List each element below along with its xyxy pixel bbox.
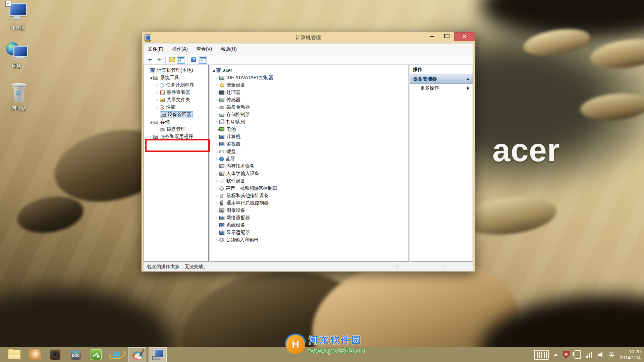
more-actions-item[interactable]: 更多操作 — [410, 84, 473, 93]
menu-item-help[interactable]: 帮助(H) — [221, 46, 236, 52]
device-tree-item[interactable]: 处理器 — [210, 89, 409, 96]
device-tree-item[interactable]: 通用串行总线控制器 — [210, 199, 409, 207]
taskbar-music-app-button[interactable] — [46, 347, 64, 362]
device-tree-item[interactable]: acer — [210, 67, 409, 74]
power-icon[interactable] — [575, 350, 581, 359]
expander-collapsed-icon[interactable] — [215, 231, 219, 235]
desktop-icon-计算机[interactable]: 计算机 — [1, 3, 34, 31]
maximize-button[interactable] — [439, 32, 454, 41]
expander-collapsed-icon[interactable] — [215, 179, 219, 183]
device-tree-item[interactable]: 系统设备 — [210, 222, 409, 229]
device-tree-item[interactable]: IDE ATA/ATAPI 控制器 — [210, 74, 409, 81]
expander-collapsed-icon[interactable] — [155, 90, 160, 95]
expander-collapsed-icon[interactable] — [215, 164, 219, 168]
device-tree-item[interactable]: 安全设备 — [210, 81, 409, 89]
device-tree-item[interactable]: 鼠标和其他指针设备 — [210, 192, 409, 199]
device-tree-item[interactable]: 显示适配器 — [210, 229, 409, 236]
selection-checkbox[interactable] — [5, 1, 11, 7]
device-tree-item[interactable]: 软件设备 — [210, 177, 409, 185]
console-pane-toggle-button[interactable] — [177, 56, 185, 64]
tray-clock[interactable]: 10:20 2014/12/4 — [620, 349, 641, 361]
device-tree-item[interactable]: 声音、视频和游戏控制器 — [210, 185, 409, 192]
taskbar-internet-explorer-button[interactable] — [108, 347, 126, 362]
taskbar-file-explorer-button[interactable] — [5, 347, 23, 362]
touch-keyboard-icon[interactable] — [534, 350, 549, 360]
console-tree-item[interactable]: 性能 — [144, 104, 208, 111]
expander-expanded-icon[interactable] — [149, 120, 153, 124]
collapse-icon[interactable] — [466, 78, 470, 80]
actions-section-header[interactable]: 设备管理器 — [410, 74, 473, 84]
ime-indicator[interactable]: 英 — [609, 351, 615, 359]
expander-collapsed-icon[interactable] — [215, 238, 219, 242]
expander-collapsed-icon[interactable] — [149, 135, 153, 139]
device-tree-item[interactable]: 人体学输入设备 — [210, 170, 409, 177]
expander-collapsed-icon[interactable] — [215, 120, 219, 124]
window-titlebar[interactable]: 计算机管理 — [142, 32, 475, 43]
expander-collapsed-icon[interactable] — [215, 208, 219, 213]
device-tree-item[interactable]: 传感器 — [210, 96, 409, 104]
expander-collapsed-icon[interactable] — [155, 98, 160, 102]
console-tree-item[interactable]: 任务计划程序 — [144, 81, 208, 89]
back-button[interactable] — [146, 56, 154, 64]
volume-icon[interactable] — [598, 352, 604, 358]
console-tree-item[interactable]: 服务和应用程序 — [144, 133, 208, 140]
minimize-button[interactable] — [425, 32, 439, 41]
device-tree-item[interactable]: 图像设备 — [210, 207, 409, 214]
expander-collapsed-icon[interactable] — [215, 76, 219, 80]
show-console-tree-button[interactable] — [168, 56, 176, 64]
expander-collapsed-icon[interactable] — [215, 83, 219, 87]
console-tree-item[interactable]: 计算机管理(本地) — [144, 67, 208, 74]
expander-expanded-icon[interactable] — [211, 68, 216, 72]
console-tree-item[interactable]: 设备管理器 — [144, 111, 208, 118]
expander-collapsed-icon[interactable] — [155, 83, 160, 87]
expander-collapsed-icon[interactable] — [215, 172, 219, 176]
expander-expanded-icon[interactable] — [149, 76, 153, 80]
console-tree-item[interactable]: 磁盘管理 — [144, 126, 208, 133]
desktop-icon-回收站[interactable]: 回收站 — [3, 83, 35, 112]
device-tree-item[interactable]: 存储控制器 — [210, 111, 409, 118]
expander-collapsed-icon[interactable] — [215, 186, 219, 190]
expander-collapsed-icon[interactable] — [215, 194, 219, 198]
taskbar-paint-app-button[interactable] — [128, 347, 146, 362]
console-tree-item[interactable]: 共享文件夹 — [144, 96, 208, 104]
taskbar-photos-app-button[interactable] — [26, 347, 44, 362]
show-hidden-icons-icon[interactable] — [554, 354, 558, 356]
help-button[interactable] — [190, 56, 198, 64]
expander-collapsed-icon[interactable] — [215, 113, 219, 117]
expander-collapsed-icon[interactable] — [215, 223, 219, 227]
expander-collapsed-icon[interactable] — [215, 201, 219, 205]
expander-collapsed-icon[interactable] — [215, 135, 219, 139]
device-tree-item[interactable]: 内存技术设备 — [210, 163, 409, 170]
taskbar-computer-management-button[interactable] — [149, 347, 167, 362]
device-tree-item[interactable]: 键盘 — [210, 148, 409, 155]
forward-button[interactable] — [155, 56, 163, 64]
taskbar-doc-app-button[interactable]: DOC — [67, 347, 85, 362]
console-tree-item[interactable]: 存储 — [144, 118, 208, 126]
device-tree-item[interactable]: 磁盘驱动器 — [210, 104, 409, 111]
expander-collapsed-icon[interactable] — [155, 105, 160, 109]
desktop-icon-网络[interactable]: 网络 — [1, 41, 33, 69]
action-pane-toggle-button[interactable] — [199, 56, 207, 64]
expander-collapsed-icon[interactable] — [215, 90, 219, 95]
expander-collapsed-icon[interactable] — [215, 98, 219, 102]
device-tree-item[interactable]: 电池 — [210, 126, 409, 133]
expander-collapsed-icon[interactable] — [215, 142, 219, 146]
menu-item-view[interactable]: 查看(V) — [197, 46, 212, 52]
device-tree-item[interactable]: 计算机 — [210, 133, 409, 140]
device-tree-item[interactable]: 音频输入和输出 — [210, 236, 409, 244]
close-button[interactable] — [454, 32, 475, 41]
expander-collapsed-icon[interactable] — [215, 157, 219, 161]
console-tree-item[interactable]: 事件查看器 — [144, 89, 208, 96]
expander-collapsed-icon[interactable] — [215, 105, 219, 109]
console-tree-item[interactable]: 系统工具 — [144, 74, 208, 81]
device-tree-item[interactable]: 网络适配器 — [210, 214, 409, 222]
device-tree-item[interactable]: 打印队列 — [210, 118, 409, 126]
device-tree-item[interactable]: 蓝牙 — [210, 155, 409, 163]
network-signal-icon[interactable] — [586, 352, 593, 358]
antivirus-shield-icon[interactable] — [563, 351, 570, 358]
device-tree-item[interactable]: 监视器 — [210, 140, 409, 148]
menu-item-action[interactable]: 操作(A) — [172, 46, 188, 52]
taskbar-media-app-button[interactable] — [87, 347, 105, 362]
expander-collapsed-icon[interactable] — [215, 216, 219, 220]
menu-item-file[interactable]: 文件(F) — [148, 46, 163, 52]
